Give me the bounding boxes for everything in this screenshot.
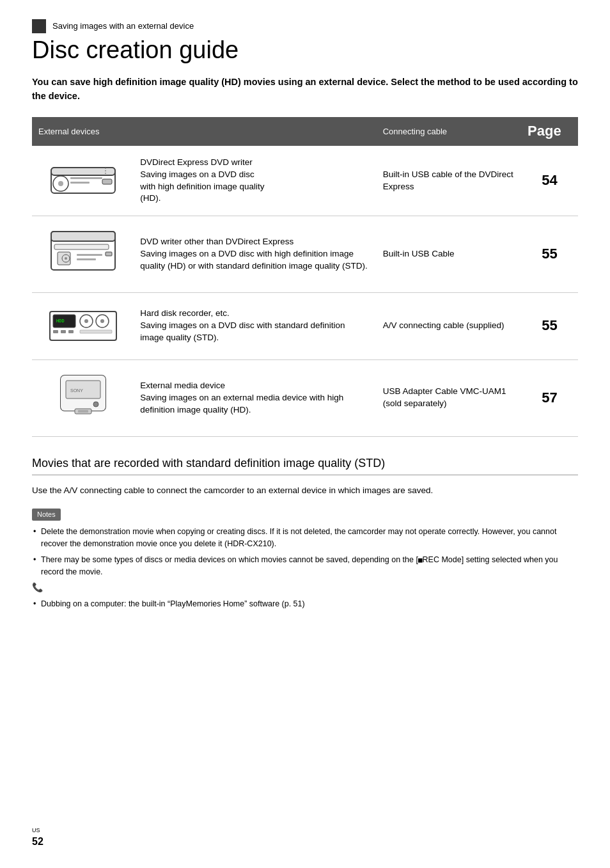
note-item: There may be some types of discs or medi… xyxy=(32,554,578,578)
table-header-devices: External devices xyxy=(32,117,377,146)
svg-rect-25 xyxy=(61,330,66,333)
table-row: DVDirect Express DVD writerSaving images… xyxy=(32,146,578,216)
us-label: US xyxy=(32,826,43,835)
device-image-col xyxy=(32,146,134,216)
device-page-col-4: 57 xyxy=(521,359,578,436)
svg-point-31 xyxy=(93,402,98,407)
notes-list-2: Dubbing on a computer: the built-in “Pla… xyxy=(32,598,578,610)
device-desc-col-4: External media deviceSaving images on an… xyxy=(134,359,377,436)
svg-point-13 xyxy=(65,257,67,260)
phone-icon: 📞 xyxy=(32,581,578,594)
table-header-page: Page xyxy=(521,117,578,146)
device-image-col xyxy=(32,216,134,292)
section2-body: Use the A/V connecting cable to connect … xyxy=(32,484,578,498)
notes-list: Delete the demonstration movie when copy… xyxy=(32,526,578,578)
page-number: 52 xyxy=(32,836,43,847)
device-page-col-3: 55 xyxy=(521,292,578,359)
svg-rect-10 xyxy=(54,244,109,249)
svg-rect-27 xyxy=(80,330,112,333)
device-desc-col-3: Hard disk recorder, etc.Saving images on… xyxy=(134,292,377,359)
note-item: Delete the demonstration movie when copy… xyxy=(32,526,578,550)
svg-rect-6 xyxy=(102,179,112,184)
notes-section: Notes Delete the demonstration movie whe… xyxy=(32,508,578,610)
section2-heading: Movies that are recorded with standard d… xyxy=(32,456,578,475)
device-desc-col-1: DVDirect Express DVD writerSaving images… xyxy=(134,146,377,216)
device-desc-col-2: DVD writer other than DVDirect ExpressSa… xyxy=(134,216,377,292)
table-row: DVD writer other than DVDirect ExpressSa… xyxy=(32,216,578,292)
note-item: Dubbing on a computer: the built-in “Pla… xyxy=(32,598,578,610)
page-footer: US 52 xyxy=(32,826,43,849)
device-table: External devices Connecting cable Page xyxy=(32,117,578,436)
svg-point-3 xyxy=(58,181,63,186)
section-label-text: Saving images with an external device xyxy=(52,20,194,32)
svg-rect-24 xyxy=(53,330,58,333)
svg-rect-14 xyxy=(77,254,102,256)
device-cable-col-2: Built-in USB Cable xyxy=(377,216,521,292)
svg-rect-15 xyxy=(77,258,96,260)
svg-point-21 xyxy=(84,319,88,323)
svg-text:SONY: SONY xyxy=(70,388,83,393)
device-image-col: SONY xyxy=(32,359,134,436)
dvd-writer-icon xyxy=(48,225,118,280)
page-title: Disc creation guide xyxy=(32,37,578,64)
table-row: SONY External media deviceSaving images … xyxy=(32,359,578,436)
table-header-cable: Connecting cable xyxy=(377,117,521,146)
svg-rect-26 xyxy=(68,330,74,333)
svg-rect-11 xyxy=(58,252,70,265)
device-page-col-1: 54 xyxy=(521,146,578,216)
device-cable-col-4: USB Adapter Cable VMC-UAM1 (sold separat… xyxy=(377,359,521,436)
dvdirect-express-icon xyxy=(48,155,118,203)
external-media-icon: SONY xyxy=(48,369,118,423)
device-cable-col-1: Built-in USB cable of the DVDirect Expre… xyxy=(377,146,521,216)
svg-rect-4 xyxy=(70,177,102,179)
section-label: Saving images with an external device xyxy=(32,19,578,33)
svg-rect-5 xyxy=(70,182,90,184)
svg-point-23 xyxy=(100,319,104,323)
notes-badge: Notes xyxy=(32,509,61,521)
svg-rect-16 xyxy=(106,252,112,256)
intro-text: You can save high definition image quali… xyxy=(32,75,578,104)
table-row: HDD Hard disk recorder, etc.Saving image… xyxy=(32,292,578,359)
svg-rect-33 xyxy=(78,410,88,413)
svg-rect-9 xyxy=(51,232,115,241)
device-page-col-2: 55 xyxy=(521,216,578,292)
device-cable-col-3: A/V connecting cable (supplied) xyxy=(377,292,521,359)
section-label-box xyxy=(32,19,46,33)
hard-disk-recorder-icon: HDD xyxy=(48,302,118,347)
device-image-col: HDD xyxy=(32,292,134,359)
svg-text:HDD: HDD xyxy=(56,319,65,324)
